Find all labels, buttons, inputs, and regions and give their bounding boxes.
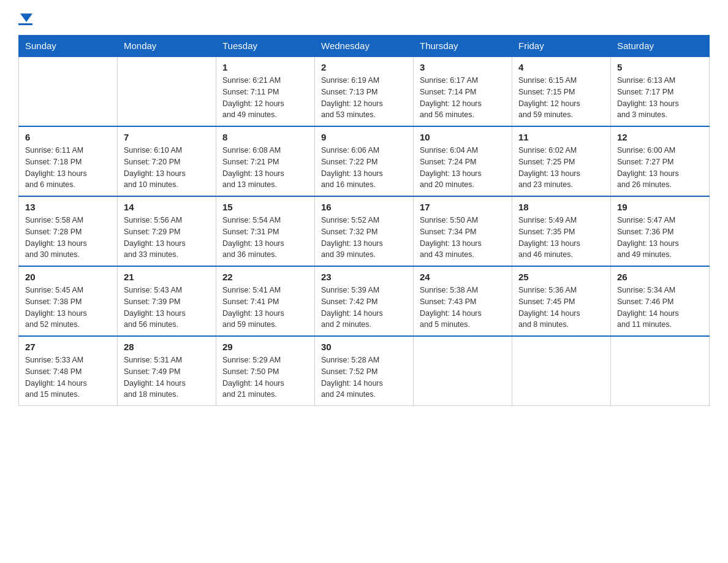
- day-info: Sunrise: 5:50 AMSunset: 7:34 PMDaylight:…: [420, 215, 506, 261]
- day-info: Sunrise: 5:34 AMSunset: 7:46 PMDaylight:…: [617, 285, 703, 331]
- day-info: Sunrise: 5:33 AMSunset: 7:48 PMDaylight:…: [25, 354, 111, 400]
- day-number: 2: [321, 62, 407, 72]
- calendar-cell: 14Sunrise: 5:56 AMSunset: 7:29 PMDayligh…: [118, 196, 216, 266]
- day-number: 19: [617, 202, 703, 212]
- calendar-cell: 18Sunrise: 5:49 AMSunset: 7:35 PMDayligh…: [512, 196, 611, 266]
- calendar-cell: 22Sunrise: 5:41 AMSunset: 7:41 PMDayligh…: [216, 266, 315, 336]
- calendar-cell: 4Sunrise: 6:15 AMSunset: 7:15 PMDaylight…: [512, 56, 611, 126]
- day-info: Sunrise: 6:15 AMSunset: 7:15 PMDaylight:…: [518, 75, 604, 121]
- day-number: 27: [25, 342, 111, 352]
- day-number: 26: [617, 272, 703, 282]
- weekday-header-tuesday: Tuesday: [216, 36, 315, 57]
- calendar-cell: 29Sunrise: 5:29 AMSunset: 7:50 PMDayligh…: [216, 336, 315, 406]
- calendar-cell: 12Sunrise: 6:00 AMSunset: 7:27 PMDayligh…: [611, 126, 710, 196]
- day-number: 14: [124, 202, 210, 212]
- day-number: 30: [321, 342, 407, 352]
- day-info: Sunrise: 5:52 AMSunset: 7:32 PMDaylight:…: [321, 215, 407, 261]
- day-number: 11: [518, 132, 604, 142]
- day-number: 15: [222, 202, 308, 212]
- day-number: 25: [518, 272, 604, 282]
- day-number: 5: [617, 62, 703, 72]
- calendar-week-row: 6Sunrise: 6:11 AMSunset: 7:18 PMDaylight…: [19, 126, 710, 196]
- calendar-cell: 7Sunrise: 6:10 AMSunset: 7:20 PMDaylight…: [118, 126, 216, 196]
- calendar-week-row: 27Sunrise: 5:33 AMSunset: 7:48 PMDayligh…: [19, 336, 710, 406]
- calendar-cell: [414, 336, 512, 406]
- calendar-cell: 26Sunrise: 5:34 AMSunset: 7:46 PMDayligh…: [611, 266, 710, 336]
- calendar-cell: 6Sunrise: 6:11 AMSunset: 7:18 PMDaylight…: [19, 126, 118, 196]
- page-header: [18, 12, 710, 25]
- day-number: 23: [321, 272, 407, 282]
- weekday-header-saturday: Saturday: [611, 36, 710, 57]
- day-info: Sunrise: 6:04 AMSunset: 7:24 PMDaylight:…: [420, 145, 506, 191]
- day-info: Sunrise: 5:45 AMSunset: 7:38 PMDaylight:…: [25, 285, 111, 331]
- calendar-cell: 10Sunrise: 6:04 AMSunset: 7:24 PMDayligh…: [414, 126, 512, 196]
- weekday-header-wednesday: Wednesday: [315, 36, 414, 57]
- day-number: 18: [518, 202, 604, 212]
- day-info: Sunrise: 5:41 AMSunset: 7:41 PMDaylight:…: [222, 285, 308, 331]
- day-number: 28: [124, 342, 210, 352]
- calendar-cell: [611, 336, 710, 406]
- calendar-cell: 8Sunrise: 6:08 AMSunset: 7:21 PMDaylight…: [216, 126, 315, 196]
- day-number: 13: [25, 202, 111, 212]
- day-number: 10: [420, 132, 506, 142]
- day-number: 12: [617, 132, 703, 142]
- day-info: Sunrise: 6:21 AMSunset: 7:11 PMDaylight:…: [222, 75, 308, 121]
- day-number: 22: [222, 272, 308, 282]
- day-info: Sunrise: 5:58 AMSunset: 7:28 PMDaylight:…: [25, 215, 111, 261]
- weekday-header-thursday: Thursday: [414, 36, 512, 57]
- calendar-cell: 24Sunrise: 5:38 AMSunset: 7:43 PMDayligh…: [414, 266, 512, 336]
- logo-arrow-icon: [20, 13, 32, 22]
- day-info: Sunrise: 5:47 AMSunset: 7:36 PMDaylight:…: [617, 215, 703, 261]
- day-number: 9: [321, 132, 407, 142]
- calendar-cell: 19Sunrise: 5:47 AMSunset: 7:36 PMDayligh…: [611, 196, 710, 266]
- calendar-cell: [512, 336, 611, 406]
- day-number: 8: [222, 132, 308, 142]
- logo-text: [18, 12, 32, 22]
- day-number: 29: [222, 342, 308, 352]
- calendar-cell: 23Sunrise: 5:39 AMSunset: 7:42 PMDayligh…: [315, 266, 414, 336]
- day-number: 7: [124, 132, 210, 142]
- calendar-cell: 3Sunrise: 6:17 AMSunset: 7:14 PMDaylight…: [414, 56, 512, 126]
- day-number: 16: [321, 202, 407, 212]
- calendar-week-row: 13Sunrise: 5:58 AMSunset: 7:28 PMDayligh…: [19, 196, 710, 266]
- calendar-cell: 11Sunrise: 6:02 AMSunset: 7:25 PMDayligh…: [512, 126, 611, 196]
- day-info: Sunrise: 5:28 AMSunset: 7:52 PMDaylight:…: [321, 354, 407, 400]
- calendar-cell: 15Sunrise: 5:54 AMSunset: 7:31 PMDayligh…: [216, 196, 315, 266]
- day-info: Sunrise: 6:19 AMSunset: 7:13 PMDaylight:…: [321, 75, 407, 121]
- day-info: Sunrise: 5:31 AMSunset: 7:49 PMDaylight:…: [124, 354, 210, 400]
- day-number: 4: [518, 62, 604, 72]
- calendar-cell: [19, 56, 118, 126]
- day-info: Sunrise: 6:06 AMSunset: 7:22 PMDaylight:…: [321, 145, 407, 191]
- calendar-cell: 9Sunrise: 6:06 AMSunset: 7:22 PMDaylight…: [315, 126, 414, 196]
- calendar-table: SundayMondayTuesdayWednesdayThursdayFrid…: [18, 35, 710, 406]
- calendar-cell: 1Sunrise: 6:21 AMSunset: 7:11 PMDaylight…: [216, 56, 315, 126]
- day-number: 3: [420, 62, 506, 72]
- day-info: Sunrise: 6:08 AMSunset: 7:21 PMDaylight:…: [222, 145, 308, 191]
- day-number: 24: [420, 272, 506, 282]
- day-info: Sunrise: 6:11 AMSunset: 7:18 PMDaylight:…: [25, 145, 111, 191]
- day-info: Sunrise: 6:10 AMSunset: 7:20 PMDaylight:…: [124, 145, 210, 191]
- calendar-cell: 17Sunrise: 5:50 AMSunset: 7:34 PMDayligh…: [414, 196, 512, 266]
- calendar-cell: 21Sunrise: 5:43 AMSunset: 7:39 PMDayligh…: [118, 266, 216, 336]
- day-number: 20: [25, 272, 111, 282]
- day-number: 1: [222, 62, 308, 72]
- calendar-cell: 25Sunrise: 5:36 AMSunset: 7:45 PMDayligh…: [512, 266, 611, 336]
- calendar-cell: 5Sunrise: 6:13 AMSunset: 7:17 PMDaylight…: [611, 56, 710, 126]
- calendar-cell: 2Sunrise: 6:19 AMSunset: 7:13 PMDaylight…: [315, 56, 414, 126]
- day-info: Sunrise: 5:49 AMSunset: 7:35 PMDaylight:…: [518, 215, 604, 261]
- calendar-cell: 28Sunrise: 5:31 AMSunset: 7:49 PMDayligh…: [118, 336, 216, 406]
- day-info: Sunrise: 5:38 AMSunset: 7:43 PMDaylight:…: [420, 285, 506, 331]
- logo-underline: [18, 23, 32, 25]
- day-info: Sunrise: 5:56 AMSunset: 7:29 PMDaylight:…: [124, 215, 210, 261]
- day-info: Sunrise: 6:13 AMSunset: 7:17 PMDaylight:…: [617, 75, 703, 121]
- day-info: Sunrise: 5:29 AMSunset: 7:50 PMDaylight:…: [222, 354, 308, 400]
- day-info: Sunrise: 6:02 AMSunset: 7:25 PMDaylight:…: [518, 145, 604, 191]
- weekday-header-friday: Friday: [512, 36, 611, 57]
- calendar-cell: 27Sunrise: 5:33 AMSunset: 7:48 PMDayligh…: [19, 336, 118, 406]
- logo: [18, 12, 32, 25]
- day-number: 17: [420, 202, 506, 212]
- calendar-cell: 20Sunrise: 5:45 AMSunset: 7:38 PMDayligh…: [19, 266, 118, 336]
- calendar-body: 1Sunrise: 6:21 AMSunset: 7:11 PMDaylight…: [19, 56, 710, 406]
- day-info: Sunrise: 5:39 AMSunset: 7:42 PMDaylight:…: [321, 285, 407, 331]
- day-number: 6: [25, 132, 111, 142]
